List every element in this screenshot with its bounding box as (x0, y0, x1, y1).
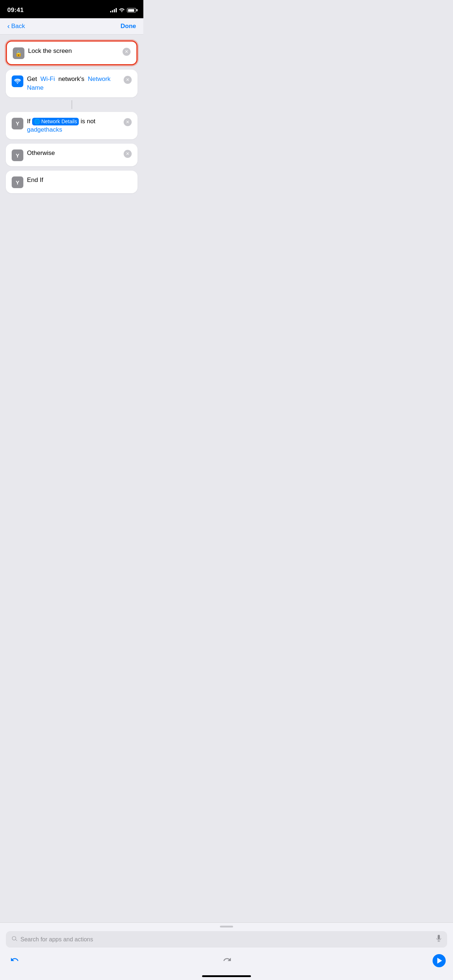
if-condition-action[interactable]: Y If 🌐 Network Details is not gadgethack… (6, 112, 137, 140)
lock-screen-dismiss-button[interactable] (123, 48, 131, 56)
signal-icon (110, 8, 117, 13)
otherwise-icon: Y (12, 150, 23, 161)
status-time: 09:41 (7, 6, 24, 14)
if-label: If (27, 118, 32, 125)
get-wifi-text: Get Wi-Fi network's Network Name (27, 75, 120, 92)
otherwise-text: Otherwise (27, 149, 120, 158)
if-condition-text: If 🌐 Network Details is not gadgethacks (27, 117, 120, 135)
back-label: Back (11, 22, 25, 30)
network-details-label: Network Details (41, 118, 77, 126)
is-not-label: is not (81, 118, 96, 125)
wifi-action-icon (12, 75, 23, 87)
lock-icon: 🔒 (13, 48, 24, 59)
battery-icon (127, 8, 136, 13)
end-if-action[interactable]: Y End If (6, 170, 137, 193)
otherwise-dismiss-button[interactable] (124, 150, 132, 158)
lock-screen-text: Lock the screen (28, 47, 119, 56)
done-button[interactable]: Done (121, 22, 136, 30)
status-bar: 09:41 (0, 0, 144, 18)
lock-screen-action[interactable]: 🔒 Lock the screen (6, 40, 137, 65)
gadgethacks-token: gadgethacks (27, 126, 62, 133)
wifi-status-icon (119, 8, 125, 13)
network-details-chip[interactable]: 🌐 Network Details (32, 118, 79, 126)
back-chevron-icon: ‹ (7, 22, 10, 30)
actions-list: 🔒 Lock the screen Get Wi-Fi network's Ne… (0, 35, 144, 199)
wifi-token: Wi-Fi (40, 75, 55, 83)
otherwise-action[interactable]: Y Otherwise (6, 144, 137, 166)
if-icon: Y (12, 118, 23, 129)
globe-chip-icon: 🌐 (34, 118, 40, 126)
get-wifi-dismiss-button[interactable] (124, 76, 132, 84)
end-if-text: End If (27, 176, 132, 185)
network-name-token: Network Name (27, 75, 110, 91)
back-button[interactable]: ‹ Back (7, 22, 25, 30)
get-wifi-action[interactable]: Get Wi-Fi network's Network Name (6, 70, 137, 97)
status-icons (110, 8, 136, 13)
end-if-icon: Y (12, 177, 23, 188)
divider (72, 100, 72, 109)
if-condition-dismiss-button[interactable] (124, 118, 132, 126)
nav-bar: ‹ Back Done (0, 18, 144, 35)
